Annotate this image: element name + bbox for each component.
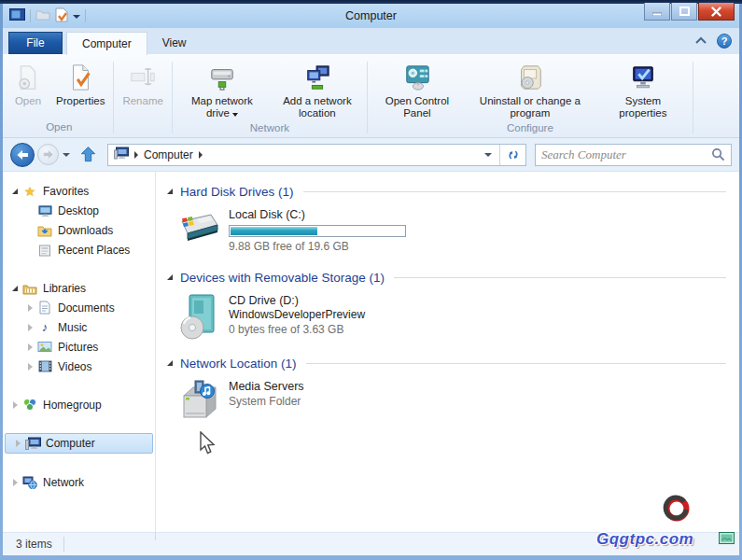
sidebar-item-videos[interactable]: Videos (3, 357, 155, 376)
back-button[interactable] (10, 143, 35, 167)
libraries-icon (21, 282, 38, 295)
address-bar[interactable]: Computer (107, 144, 526, 166)
sidebar-item-documents[interactable]: Documents (3, 298, 155, 317)
tab-file[interactable]: File (8, 32, 63, 54)
recent-places-icon (36, 244, 53, 257)
collapsed-triangle-icon[interactable] (28, 324, 33, 331)
collapsed-triangle-icon[interactable] (13, 479, 18, 486)
sidebar-item-recent-places[interactable]: Recent Places (3, 240, 155, 259)
sidebar-item-libraries[interactable]: Libraries (3, 278, 155, 298)
pictures-icon (36, 341, 53, 353)
address-dropdown-icon[interactable] (477, 145, 499, 165)
ribbon-button-rename[interactable]: Rename (116, 60, 169, 110)
ribbon-tab-strip: File Computer View ? (3, 28, 739, 54)
group-removable-storage: Devices with Removable Storage (1) CD Dr… (167, 267, 730, 340)
window-controls (644, 3, 735, 21)
group-header-rule (303, 191, 726, 192)
documents-icon (36, 301, 53, 315)
expanded-triangle-icon[interactable] (167, 360, 173, 366)
open-icon (13, 63, 43, 92)
collapsed-triangle-icon[interactable] (13, 401, 18, 409)
maximize-button[interactable] (671, 3, 697, 21)
recent-pages-dropdown-icon[interactable] (63, 153, 70, 157)
item-media-servers[interactable]: Media Servers System Folder (173, 379, 730, 424)
ribbon-group-separator (172, 62, 173, 133)
navigation-pane: ★ Favorites Desktop Downloads (3, 172, 156, 532)
search-input[interactable] (536, 147, 711, 162)
search-box (535, 144, 732, 166)
items-view[interactable]: Hard Disk Drives (1) Local Disk (C:) 9.8… (156, 172, 739, 532)
sidebar-item-label: Documents (58, 301, 115, 315)
breadcrumb-arrow-icon[interactable] (134, 151, 138, 159)
navigation-bar: Computer (3, 138, 739, 172)
sidebar-item-label: Downloads (58, 224, 113, 237)
ribbon-button-label: Uninstall or change a program (471, 95, 589, 119)
collapsed-triangle-icon[interactable] (16, 440, 21, 447)
drive-item-local-disk-c[interactable]: Local Disk (C:) 9.88 GB free of 19.6 GB (173, 207, 730, 254)
star-icon: ★ (21, 184, 38, 199)
title-bar[interactable]: Computer (3, 4, 739, 28)
new-item-icon[interactable] (55, 7, 68, 25)
sidebar-item-homegroup[interactable]: Homegroup (3, 395, 155, 414)
up-button[interactable] (76, 144, 100, 166)
breadcrumb-arrow-icon[interactable] (199, 151, 203, 159)
sidebar-item-network[interactable]: Network (3, 472, 155, 492)
group-header-rule (394, 277, 726, 278)
sidebar-item-downloads[interactable]: Downloads (3, 220, 155, 240)
ribbon-group-label: Network (175, 122, 365, 137)
tab-view[interactable]: View (147, 32, 202, 54)
group-header-label: Hard Disk Drives (1) (180, 185, 294, 199)
sidebar-item-music[interactable]: ♪ Music (3, 317, 155, 337)
uninstall-program-icon (515, 63, 545, 92)
ribbon-button-properties[interactable]: Properties (49, 60, 111, 110)
sidebar-item-desktop[interactable]: Desktop (3, 201, 155, 220)
capacity-bar-fill (231, 227, 317, 235)
refresh-button[interactable] (499, 145, 525, 165)
ribbon-button-system-properties[interactable]: System properties (595, 60, 691, 122)
group-header-hard-disk-drives[interactable]: Hard Disk Drives (1) (167, 181, 730, 202)
forward-button[interactable] (37, 144, 59, 165)
group-header-network-location[interactable]: Network Location (1) (167, 353, 730, 373)
help-icon[interactable]: ? (717, 34, 732, 49)
minimize-button[interactable] (644, 3, 670, 21)
sidebar-item-computer[interactable]: Computer (5, 433, 153, 454)
sidebar-item-pictures[interactable]: Pictures (3, 337, 155, 357)
folder-icon[interactable] (35, 8, 50, 23)
downloads-icon (36, 224, 53, 237)
item-subtitle: WindowsDeveloperPreview (229, 308, 365, 322)
sidebar-item-label: Pictures (58, 341, 98, 354)
cd-drive-icon (173, 293, 225, 340)
ribbon-button-open[interactable]: Open (7, 60, 49, 110)
sidebar-item-favorites[interactable]: ★ Favorites (3, 181, 155, 201)
collapsed-triangle-icon[interactable] (28, 304, 33, 312)
map-network-drive-icon (207, 63, 237, 92)
expanded-triangle-icon[interactable] (12, 189, 18, 194)
breadcrumb-item-computer[interactable]: Computer (144, 148, 193, 161)
ribbon-button-uninstall-program[interactable]: Uninstall or change a program (465, 60, 595, 122)
window-title: Computer (3, 9, 739, 22)
collapsed-triangle-icon[interactable] (28, 343, 33, 351)
explorer-window-icon[interactable] (9, 8, 25, 23)
drive-item-cd-drive-d[interactable]: CD Drive (D:) WindowsDeveloperPreview 0 … (173, 293, 730, 340)
ribbon-button-map-network-drive[interactable]: Map network drive (175, 60, 270, 122)
minimize-ribbon-chevron-icon[interactable] (694, 35, 707, 48)
tab-computer[interactable]: Computer (66, 32, 147, 55)
ribbon-button-add-network-location[interactable]: Add a network location (270, 60, 365, 122)
ribbon-group-separator (367, 62, 368, 133)
expanded-triangle-icon[interactable] (12, 286, 18, 291)
item-detail: 9.88 GB free of 19.6 GB (229, 239, 406, 254)
expanded-triangle-icon[interactable] (167, 274, 173, 280)
quick-access-toolbar (3, 7, 86, 25)
media-server-icon (173, 379, 225, 424)
sidebar-item-label: Videos (58, 360, 91, 373)
collapsed-triangle-icon[interactable] (28, 363, 33, 371)
ribbon-group-network: Map network drive Add a network location… (175, 56, 365, 137)
qat-dropdown-icon[interactable] (73, 15, 80, 19)
group-header-removable-storage[interactable]: Devices with Removable Storage (1) (167, 267, 730, 287)
close-button[interactable] (698, 3, 735, 21)
search-icon[interactable] (711, 147, 731, 161)
control-panel-icon (402, 63, 432, 92)
expanded-triangle-icon[interactable] (167, 189, 173, 194)
ribbon-button-open-control-panel[interactable]: Open Control Panel (370, 60, 465, 122)
item-name: Local Disk (C:) (229, 207, 406, 222)
